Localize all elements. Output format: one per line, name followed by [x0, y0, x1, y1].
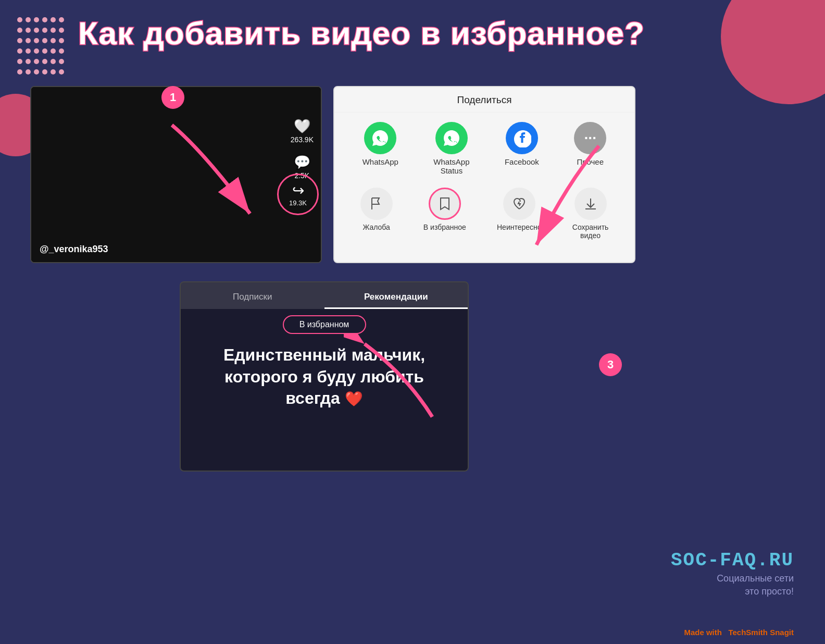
facebook-icon — [506, 122, 538, 154]
step-badge-3: 3 — [599, 353, 622, 376]
ss2-actions-row: Жалоба В избранное Неинтересно — [334, 180, 634, 245]
tab-recommendations: Рекомендации — [324, 288, 468, 309]
ss2-action-report: Жалоба — [360, 188, 393, 240]
ss3-text-area: Единственный мальчик, которого я буду лю… — [181, 334, 468, 410]
techsmith-label: TechSmith Snagit — [728, 628, 794, 637]
ss2-action-favorite: В избранное — [423, 188, 466, 240]
dot-grid — [16, 16, 73, 73]
report-label: Жалоба — [362, 223, 390, 231]
ss3-tabs: Подписки Рекомендации — [181, 282, 468, 309]
screenshot-1: 🤍 263.9K 💬 2.5K ↪ 19.3K @_veronika953 — [30, 86, 322, 263]
heart-icon: 🤍 — [294, 118, 310, 134]
ss1-stat-likes: 🤍 263.9K — [291, 118, 314, 144]
ss2-action-notinterested: Неинтересно — [497, 188, 542, 240]
ss2-header: Поделиться — [334, 87, 634, 113]
ss2-app-whatsapp-status: WhatsAppStatus — [433, 122, 469, 175]
whatsapp-label: WhatsApp — [362, 157, 398, 166]
ss1-username: @_veronika953 — [40, 244, 108, 255]
made-with-label: Made with — [684, 628, 722, 637]
ss1-content: 🤍 263.9K 💬 2.5K ↪ 19.3K @_veronika953 — [31, 87, 321, 262]
bookmark-icon — [429, 188, 461, 220]
download-icon — [574, 188, 607, 220]
screenshot-2: Поделиться WhatsApp WhatsAppStatus — [333, 86, 635, 263]
soc-faq-sub1: Социальные сети — [671, 573, 794, 584]
ss1-stats: 🤍 263.9K 💬 2.5K — [291, 118, 314, 180]
heart-broken-icon — [503, 188, 535, 220]
main-title: Как добавить видео в избранное? — [78, 15, 773, 52]
more-icon: ··· — [574, 122, 606, 154]
comment-icon: 💬 — [294, 154, 310, 170]
ss2-app-facebook: Facebook — [505, 122, 539, 175]
facebook-label: Facebook — [505, 157, 539, 166]
tab-subscriptions: Подписки — [181, 288, 324, 309]
ss2-app-whatsapp: WhatsApp — [362, 122, 398, 175]
soc-faq-sub2: это просто! — [671, 586, 794, 597]
whatsapp-icon — [364, 122, 396, 154]
step-badge-1: 1 — [161, 86, 184, 109]
flag-icon — [360, 188, 393, 220]
ss1-share-circle: ↪ 19.3K — [277, 174, 319, 215]
screenshot-3: Подписки Рекомендации В избранном Единст… — [180, 281, 469, 472]
fav-button[interactable]: В избранном — [283, 315, 366, 334]
ss1-likes-count: 263.9K — [291, 135, 314, 144]
share-icon: ↪ — [292, 182, 304, 199]
whatsapp-status-label: WhatsAppStatus — [433, 157, 469, 175]
ss3-big-text: Единственный мальчик, которого я буду лю… — [191, 344, 457, 410]
notinterested-label: Неинтересно — [497, 223, 542, 231]
save-label: Сохранитьвидео — [572, 223, 609, 240]
soc-faq-text: SOC-FAQ.RU — [671, 550, 794, 571]
ss2-action-save: Сохранитьвидео — [572, 188, 609, 240]
soc-faq-watermark: SOC-FAQ.RU Социальные сети это просто! — [671, 550, 794, 597]
ss1-share-count: 19.3K — [289, 199, 307, 207]
favorite-label: В избранное — [423, 223, 466, 231]
more-label: Прочее — [577, 157, 604, 166]
ss2-app-more: ··· Прочее — [574, 122, 606, 175]
made-with-bar: Made with TechSmith Snagit — [684, 628, 794, 637]
whatsapp-status-icon — [435, 122, 468, 154]
ss2-apps-row: WhatsApp WhatsAppStatus Facebook ··· Про… — [334, 113, 634, 180]
heart-emoji: ❤️ — [345, 391, 363, 407]
